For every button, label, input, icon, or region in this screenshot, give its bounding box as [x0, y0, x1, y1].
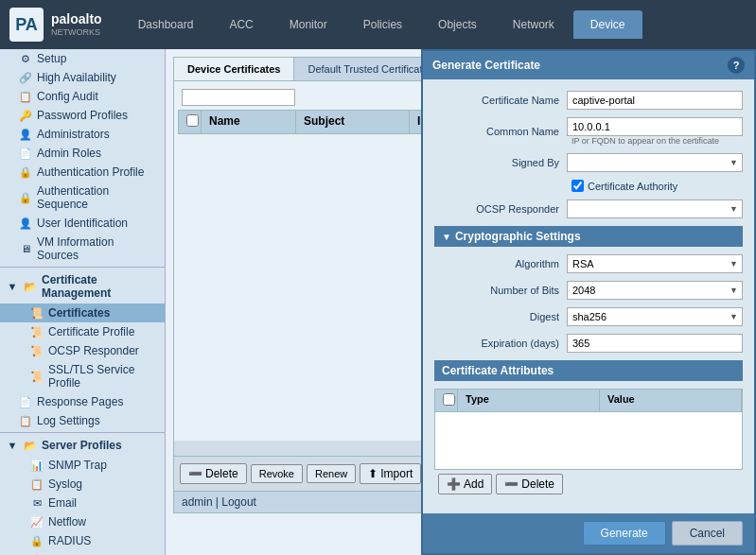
sidebar-label-response: Response Pages: [37, 395, 123, 408]
sidebar-item-password-profiles[interactable]: 🔑 Password Profiles: [0, 106, 165, 125]
import-button[interactable]: ⬆ Import: [360, 463, 421, 484]
attr-select-all[interactable]: [443, 393, 455, 406]
tab-network[interactable]: Network: [496, 10, 571, 39]
digest-row: Digest sha1 sha256 sha384 sha512: [434, 307, 743, 326]
sidebar-item-vm-info[interactable]: 🖥 VM Information Sources: [0, 233, 165, 265]
sidebar-item-ssl-tls[interactable]: 📜 SSL/TLS Service Profile: [0, 360, 165, 392]
response-icon: 📄: [19, 395, 32, 408]
syslog-icon: 📋: [30, 477, 44, 491]
algorithm-row: Algorithm RSA DSA ECDSA: [434, 254, 743, 273]
col-check: [179, 111, 202, 133]
revoke-button[interactable]: Revoke: [251, 464, 303, 483]
delete-button[interactable]: ➖ Delete: [180, 463, 247, 484]
sidebar-item-syslog[interactable]: 📋 Syslog: [0, 475, 165, 494]
sidebar-item-certificates[interactable]: 📜 Certificates: [0, 304, 165, 322]
log-icon: 📋: [19, 414, 32, 427]
crypto-collapse-icon[interactable]: ▼: [442, 232, 451, 242]
num-bits-select[interactable]: 512 1024 2048 4096: [567, 281, 743, 300]
sidebar-item-response-pages[interactable]: 📄 Response Pages: [0, 392, 165, 411]
ocsp-select[interactable]: [567, 199, 743, 218]
sidebar-item-admin-roles[interactable]: 📄 Admin Roles: [0, 144, 165, 163]
attr-col-type: Type: [458, 390, 600, 411]
sidebar-item-setup[interactable]: ⚙ Setup: [0, 49, 165, 68]
dialog-footer: Generate Cancel: [423, 513, 754, 553]
digest-select[interactable]: sha1 sha256 sha384 sha512: [567, 307, 743, 326]
dialog-cancel-button[interactable]: Cancel: [672, 521, 743, 546]
netflow-icon: 📈: [30, 515, 44, 529]
help-button[interactable]: ?: [728, 57, 745, 74]
algorithm-select[interactable]: RSA DSA ECDSA: [567, 254, 743, 273]
vm-icon: 🖥: [19, 242, 32, 255]
logout-link[interactable]: Logout: [221, 495, 256, 509]
signed-by-row: Signed By: [434, 153, 743, 172]
sidebar-item-snmp[interactable]: 📊 SNMP Trap: [0, 456, 165, 475]
attr-table-body: [435, 412, 742, 469]
expiration-input[interactable]: [567, 334, 743, 353]
attr-add-button[interactable]: ➕ Add: [438, 474, 492, 494]
ca-checkbox[interactable]: [571, 180, 584, 192]
expiration-label: Expiration (days): [434, 338, 567, 349]
attr-delete-button[interactable]: ➖ Delete: [496, 474, 563, 494]
ocsp-row: OCSP Responder: [434, 199, 743, 218]
auth-seq-icon: 🔒: [19, 191, 32, 204]
sidebar-item-cert-profile[interactable]: 📜 Certificate Profile: [0, 322, 165, 341]
tab-device[interactable]: Device: [573, 10, 642, 39]
tab-monitor[interactable]: Monitor: [273, 10, 344, 39]
sidebar-label-config-audit: Config Audit: [37, 90, 98, 103]
tab-dashboard[interactable]: Dashboard: [121, 10, 211, 39]
sidebar-item-log-settings[interactable]: 📋 Log Settings: [0, 411, 165, 430]
sidebar-item-user-id[interactable]: 👤 User Identification: [0, 214, 165, 233]
sidebar-section-cert-mgmt[interactable]: ▼ 📂 Certificate Management: [0, 269, 165, 304]
admin-link[interactable]: admin: [182, 495, 213, 509]
sidebar-section-server-profiles[interactable]: ▼ 📂 Server Profiles: [0, 435, 165, 456]
logo-icon: PA: [9, 8, 44, 42]
sidebar-label-syslog: Syslog: [48, 477, 82, 491]
sidebar-label-cert-mgmt: Certificate Management: [42, 273, 159, 300]
renew-button[interactable]: Renew: [307, 464, 356, 483]
common-name-input[interactable]: [567, 117, 743, 136]
sidebar-label-server-profiles: Server Profiles: [42, 439, 122, 452]
user-id-icon: 👤: [19, 217, 32, 230]
sidebar-label-administrators: Administrators: [37, 128, 110, 141]
dialog-generate-button[interactable]: Generate: [583, 521, 666, 546]
sidebar-item-email[interactable]: ✉ Email: [0, 494, 165, 512]
ocsp-label: OCSP Responder: [434, 203, 567, 215]
top-bar: PA paloalto NETWORKS Dashboard ACC Monit…: [0, 0, 756, 49]
attr-table-header: Type Value: [435, 390, 742, 412]
attr-delete-icon: ➖: [504, 477, 519, 491]
tab-policies[interactable]: Policies: [346, 10, 419, 39]
sidebar-item-ha[interactable]: 🔗 High Availability: [0, 68, 165, 87]
tab-acc[interactable]: ACC: [212, 10, 270, 39]
sidebar-item-auth-sequence[interactable]: 🔒 Authentication Sequence: [0, 182, 165, 214]
server-profiles-chevron: ▼: [6, 439, 19, 452]
sidebar-item-tacacs[interactable]: 🔒 TACACS+: [0, 550, 165, 555]
cert-name-input[interactable]: [567, 91, 743, 110]
sidebar-item-netflow[interactable]: 📈 Netflow: [0, 512, 165, 531]
signed-by-select[interactable]: [567, 153, 743, 172]
sidebar-item-administrators[interactable]: 👤 Administrators: [0, 125, 165, 144]
tab-objects[interactable]: Objects: [421, 10, 494, 39]
logo-area: PA paloalto NETWORKS: [9, 8, 102, 42]
sidebar-label-ha: High Availability: [37, 71, 116, 84]
num-bits-select-wrapper: 512 1024 2048 4096: [567, 281, 743, 300]
cert-mgmt-icon: ▼: [6, 280, 19, 293]
tab-device-certs[interactable]: Device Certificates: [174, 58, 294, 80]
search-input[interactable]: [182, 89, 295, 106]
sidebar-label-vm-info: VM Information Sources: [37, 235, 157, 262]
ha-icon: 🔗: [19, 71, 32, 84]
sidebar-label-ssl: SSL/TLS Service Profile: [48, 363, 157, 390]
sidebar-item-radius[interactable]: 🔒 RADIUS: [0, 531, 165, 550]
server-folder-icon: 📂: [24, 439, 37, 452]
main-layout: ⚙ Setup 🔗 High Availability 📋 Config Aud…: [0, 49, 756, 555]
crypto-section-label: Cryptographic Settings: [455, 230, 581, 243]
sidebar-label-auth-profile: Authentication Profile: [37, 165, 144, 179]
sidebar-label-log: Log Settings: [37, 414, 100, 427]
sidebar-label-snmp: SNMP Trap: [48, 459, 107, 472]
sidebar-item-auth-profile[interactable]: 🔒 Authentication Profile: [0, 163, 165, 182]
sidebar-item-ocsp-responder[interactable]: 📜 OCSP Responder: [0, 341, 165, 360]
sidebar: ⚙ Setup 🔗 High Availability 📋 Config Aud…: [0, 49, 166, 555]
sidebar-item-config-audit[interactable]: 📋 Config Audit: [0, 87, 165, 106]
cert-profile-icon: 📜: [30, 325, 44, 338]
ocsp-select-wrapper: [567, 199, 743, 218]
select-all-checkbox[interactable]: [186, 114, 199, 127]
